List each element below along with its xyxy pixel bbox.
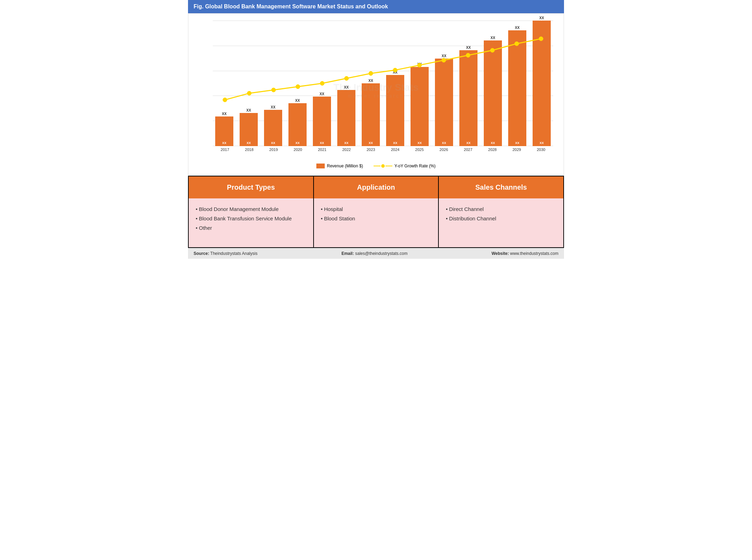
category-application: ApplicationHospitalBlood Station bbox=[314, 176, 438, 247]
x-axis-label: 2027 bbox=[456, 147, 480, 152]
bottom-section: Product TypesBlood Donor Management Modu… bbox=[188, 176, 564, 248]
x-axis: 2017201820192020202120222023202420252026… bbox=[213, 146, 553, 160]
bar-top-label: XX bbox=[539, 16, 544, 20]
chart-title: Fig. Global Blood Bank Management Softwa… bbox=[188, 0, 564, 13]
chart-area: XXXXXXXXXXXXXXXXXXXXXXXXXXXXXXXXXXXXXXXX… bbox=[188, 13, 564, 176]
svg-point-6 bbox=[369, 71, 373, 76]
footer-website: Website: www.theindustrystats.com bbox=[491, 251, 558, 256]
svg-point-13 bbox=[539, 37, 543, 41]
svg-point-1 bbox=[247, 91, 251, 95]
category-body-sales-channels: Direct ChannelDistribution Channel bbox=[439, 198, 563, 247]
category-header-application: Application bbox=[314, 176, 438, 198]
category-item: Direct Channel bbox=[446, 205, 556, 213]
legend-bar-label: Revenue (Million $) bbox=[327, 164, 363, 168]
x-axis-label: 2023 bbox=[359, 147, 383, 152]
line-chart bbox=[213, 21, 553, 146]
x-axis-label: 2026 bbox=[431, 147, 456, 152]
category-item: Blood Donor Management Module bbox=[196, 205, 306, 213]
legend-line-seg bbox=[374, 166, 381, 166]
x-axis-label: 2021 bbox=[310, 147, 334, 152]
legend-bar-swatch bbox=[316, 164, 325, 168]
footer-source: Source: Theindustrystats Analysis bbox=[194, 251, 257, 256]
svg-point-0 bbox=[223, 98, 227, 102]
legend-line-visual bbox=[374, 164, 392, 168]
svg-point-2 bbox=[271, 88, 276, 92]
svg-point-12 bbox=[514, 41, 519, 46]
x-axis-label: 2024 bbox=[383, 147, 407, 152]
category-item: Blood Bank Transfusion Service Module bbox=[196, 215, 306, 222]
x-axis-label: 2022 bbox=[334, 147, 359, 152]
svg-point-3 bbox=[296, 84, 300, 89]
title-text: Fig. Global Blood Bank Management Softwa… bbox=[194, 3, 388, 9]
x-axis-label: 2028 bbox=[480, 147, 505, 152]
legend-line-label: Y-oY Growth Rate (%) bbox=[394, 164, 436, 168]
svg-point-4 bbox=[320, 81, 324, 85]
chart-container: XXXXXXXXXXXXXXXXXXXXXXXXXXXXXXXXXXXXXXXX… bbox=[199, 21, 553, 160]
svg-point-11 bbox=[490, 48, 495, 52]
svg-point-7 bbox=[393, 68, 397, 72]
x-axis-label: 2017 bbox=[213, 147, 237, 152]
category-header-product-types: Product Types bbox=[189, 176, 313, 198]
category-body-product-types: Blood Donor Management ModuleBlood Bank … bbox=[189, 198, 313, 247]
legend-line-dot bbox=[381, 164, 385, 168]
x-axis-label: 2025 bbox=[407, 147, 432, 152]
x-axis-label: 2019 bbox=[261, 147, 286, 152]
svg-point-8 bbox=[418, 63, 422, 67]
category-sales-channels: Sales ChannelsDirect ChannelDistribution… bbox=[439, 176, 563, 247]
x-axis-label: 2029 bbox=[505, 147, 529, 152]
svg-point-9 bbox=[442, 58, 446, 62]
category-item: Hospital bbox=[321, 205, 431, 213]
category-item: Blood Station bbox=[321, 215, 431, 222]
x-axis-label: 2020 bbox=[286, 147, 310, 152]
footer-email: Email: sales@theindustrystats.com bbox=[341, 251, 408, 256]
legend-line-seg2 bbox=[385, 166, 392, 166]
legend-bar-item: Revenue (Million $) bbox=[316, 164, 363, 168]
footer: Source: Theindustrystats Analysis Email:… bbox=[188, 248, 564, 259]
category-body-application: HospitalBlood Station bbox=[314, 198, 438, 247]
legend-line-item: Y-oY Growth Rate (%) bbox=[374, 164, 436, 168]
svg-point-10 bbox=[466, 53, 470, 57]
x-axis-label: 2018 bbox=[237, 147, 262, 152]
x-axis-label: 2030 bbox=[529, 147, 553, 152]
svg-point-5 bbox=[344, 76, 348, 81]
chart-legend: Revenue (Million $) Y-oY Growth Rate (%) bbox=[199, 160, 553, 172]
page-wrapper: Fig. Global Blood Bank Management Softwa… bbox=[188, 0, 564, 259]
category-item: Other bbox=[196, 224, 306, 232]
category-header-sales-channels: Sales Channels bbox=[439, 176, 563, 198]
category-product-types: Product TypesBlood Donor Management Modu… bbox=[189, 176, 313, 247]
category-item: Distribution Channel bbox=[446, 215, 556, 222]
